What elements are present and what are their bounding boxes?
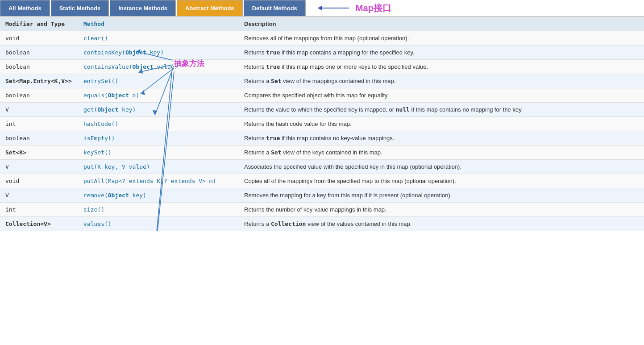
table-row: voidclear()Removes all of the mappings f…	[0, 31, 644, 46]
cell-modifier: int	[0, 203, 78, 217]
cell-description: Associates the specified value with the …	[239, 160, 644, 174]
cell-method[interactable]: putAll(Map<? extends K,? extends V> m)	[78, 174, 239, 188]
cell-modifier: void	[0, 174, 78, 188]
cell-modifier: boolean	[0, 131, 78, 145]
cell-method[interactable]: remove(Object key)	[78, 188, 239, 203]
svg-marker-1	[318, 6, 322, 10]
cell-method[interactable]: equals(Object o)	[78, 88, 239, 103]
table-row: booleanisEmpty()Returns true if this map…	[0, 131, 644, 145]
cell-method[interactable]: clear()	[78, 31, 239, 46]
cell-method[interactable]: entrySet()	[78, 74, 239, 88]
cell-description: Returns the hash code value for this map…	[239, 117, 644, 131]
table-row: voidputAll(Map<? extends K,? extends V> …	[0, 174, 644, 188]
table-row: Vremove(Object key)Removes the mapping f…	[0, 188, 644, 203]
tab-abstract-methods[interactable]: Abstract Methods	[177, 0, 243, 16]
cell-method[interactable]: isEmpty()	[78, 131, 239, 145]
table-row: Set<Map.Entry<K,V>>entrySet()Returns a S…	[0, 74, 644, 88]
cell-description: Copies all of the mappings from the spec…	[239, 174, 644, 188]
map-interface-label: Map接口	[356, 2, 391, 14]
cell-description: Returns the value to which the specified…	[239, 103, 644, 117]
cell-method[interactable]: hashCode()	[78, 117, 239, 131]
cell-method[interactable]: put(K key, V value)	[78, 160, 239, 174]
cell-description: Returns true if this map contains no key…	[239, 131, 644, 145]
header-modifier: Modifier and Type	[0, 17, 78, 31]
tab-instance-methods[interactable]: Instance Methods	[110, 0, 176, 16]
cell-description: Returns true if this map contains a mapp…	[239, 46, 644, 60]
cell-modifier: void	[0, 31, 78, 46]
table-row: Vget(Object key)Returns the value to whi…	[0, 103, 644, 117]
cell-modifier: boolean	[0, 46, 78, 60]
cell-description: Returns the number of key-value mappings…	[239, 203, 644, 217]
arrow-label-container: Map接口	[316, 2, 391, 14]
cell-method[interactable]: containsValue(Object value)	[78, 60, 239, 74]
table-header-row: Modifier and Type Method Description	[0, 17, 644, 31]
cell-modifier: Set<Map.Entry<K,V>>	[0, 74, 78, 88]
cell-modifier: Collection<V>	[0, 217, 78, 231]
arrow-icon	[316, 3, 351, 13]
table-row: booleancontainsValue(Object value)Return…	[0, 60, 644, 74]
cell-description: Returns a Set view of the keys contained…	[239, 145, 644, 160]
cell-modifier: V	[0, 103, 78, 117]
table-row: inthashCode()Returns the hash code value…	[0, 117, 644, 131]
cell-description: Removes all of the mappings from this ma…	[239, 31, 644, 46]
cell-method[interactable]: size()	[78, 203, 239, 217]
cell-method[interactable]: values()	[78, 217, 239, 231]
cell-description: Compares the specified object with this …	[239, 88, 644, 103]
cell-description: Returns a Set view of the mappings conta…	[239, 74, 644, 88]
tab-bar: All Methods Static Methods Instance Meth…	[0, 0, 644, 17]
cell-method[interactable]: containsKey(Object key)	[78, 46, 239, 60]
cell-modifier: int	[0, 117, 78, 131]
tab-all-methods[interactable]: All Methods	[0, 0, 50, 16]
cell-modifier: Set<K>	[0, 145, 78, 160]
header-description: Description	[239, 17, 644, 31]
cell-method[interactable]: keySet()	[78, 145, 239, 160]
cell-description: Returns true if this map maps one or mor…	[239, 60, 644, 74]
table-row: Vput(K key, V value)Associates the speci…	[0, 160, 644, 174]
tab-static-methods[interactable]: Static Methods	[51, 0, 109, 16]
cell-modifier: V	[0, 188, 78, 203]
methods-table: Modifier and Type Method Description voi…	[0, 17, 644, 231]
cell-description: Removes the mapping for a key from this …	[239, 188, 644, 203]
cell-modifier: V	[0, 160, 78, 174]
cell-modifier: boolean	[0, 60, 78, 74]
table-row: Set<K>keySet()Returns a Set view of the …	[0, 145, 644, 160]
cell-modifier: boolean	[0, 88, 78, 103]
table-row: booleanequals(Object o)Compares the spec…	[0, 88, 644, 103]
tab-default-methods[interactable]: Default Methods	[244, 0, 306, 16]
table-row: booleancontainsKey(Object key)Returns tr…	[0, 46, 644, 60]
cell-description: Returns a Collection view of the values …	[239, 217, 644, 231]
table-row: Collection<V>values()Returns a Collectio…	[0, 217, 644, 231]
cell-method[interactable]: get(Object key)	[78, 103, 239, 117]
header-method: Method	[78, 17, 239, 31]
table-row: intsize()Returns the number of key-value…	[0, 203, 644, 217]
